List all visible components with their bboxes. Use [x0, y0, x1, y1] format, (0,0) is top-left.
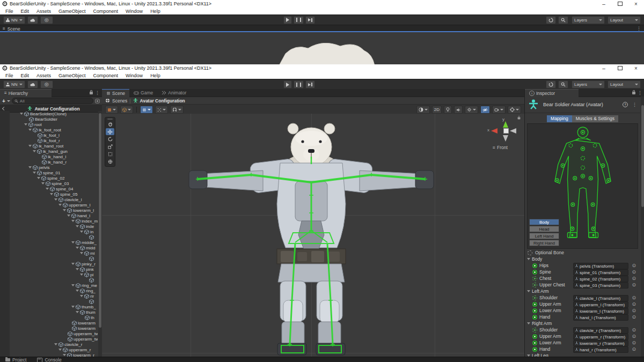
menu-file[interactable]: File — [2, 73, 17, 78]
bone-object-field[interactable]: hand_l (Transform) — [573, 314, 628, 321]
object-picker-icon[interactable]: ⊙ — [632, 282, 636, 288]
scene-visibility-toggle[interactable] — [480, 106, 490, 114]
tree-item[interactable]: mi — [0, 250, 98, 256]
tree-item[interactable]: lowerarm — [0, 326, 98, 331]
tree-item[interactable]: midd — [0, 245, 98, 250]
foldout-arrow[interactable] — [67, 215, 70, 217]
foldout-arrow[interactable] — [28, 166, 32, 168]
tree-item[interactable]: upperarm_r — [0, 347, 98, 352]
tree-item[interactable]: th — [0, 315, 98, 320]
lighting-toggle-button[interactable] — [444, 106, 452, 114]
foldout-arrow[interactable] — [24, 123, 27, 125]
foldout-arrow[interactable] — [76, 225, 79, 227]
object-picker-icon[interactable]: ⊙ — [632, 269, 636, 275]
camera-settings-dropdown[interactable] — [492, 106, 506, 114]
gizmo-right-cone[interactable] — [510, 128, 516, 134]
tree-item[interactable]: ik_foot_r — [0, 138, 98, 143]
rect-tool-button[interactable] — [106, 151, 114, 158]
tree-item[interactable] — [0, 299, 98, 304]
menu-component[interactable]: Component — [90, 73, 122, 78]
foldout-arrow[interactable] — [76, 247, 79, 249]
menu-gameobject[interactable]: GameObject — [55, 9, 90, 14]
foldout-arrow[interactable] — [76, 268, 79, 270]
tree-item[interactable]: inde — [0, 224, 98, 229]
undo-history-button[interactable] — [546, 16, 556, 24]
layers-dropdown[interactable]: Layers — [572, 80, 605, 88]
snap-toggle-dropdown[interactable] — [170, 106, 184, 114]
inspector-scrollbar[interactable] — [641, 97, 644, 357]
object-picker-icon[interactable]: ⊙ — [632, 262, 636, 269]
foldout-arrow[interactable] — [28, 129, 32, 131]
foldout-arrow[interactable] — [527, 290, 530, 292]
tree-item[interactable]: thum — [0, 309, 98, 315]
tab-scene[interactable]: Scene — [102, 89, 129, 97]
menu-window[interactable]: Window — [122, 73, 147, 78]
bone-object-field[interactable]: hand_r (Transform) — [573, 346, 628, 353]
2d-toggle-button[interactable]: 2D — [432, 106, 442, 114]
object-picker-icon[interactable]: ⊙ — [632, 339, 636, 346]
foldout-arrow[interactable] — [54, 198, 57, 201]
lock-icon[interactable] — [90, 92, 93, 94]
close-button[interactable]: × — [628, 64, 644, 72]
tree-item[interactable]: in — [0, 229, 98, 234]
menu-help[interactable]: Help — [147, 9, 164, 14]
avatar-mapping-diagram[interactable]: BodyHeadLeft HandRight Hand — [527, 123, 638, 249]
menu-edit[interactable]: Edit — [17, 9, 33, 14]
title-bar[interactable]: BearSoldierUnity - SampleScene - Windows… — [0, 0, 644, 8]
title-bar[interactable]: BearSoldierUnity - SampleScene - Windows… — [0, 64, 644, 72]
object-picker-icon[interactable]: ⊙ — [632, 307, 636, 314]
rotate-tool-button[interactable] — [106, 136, 114, 143]
tree-item[interactable]: spine_04 — [0, 186, 98, 191]
tree-item[interactable]: ring_me — [0, 283, 98, 288]
scene-viewport[interactable]: y x ≡ Front — [102, 114, 524, 357]
layout-dropdown[interactable]: Layout — [608, 16, 641, 24]
gizmo-center-cube[interactable] — [503, 128, 509, 134]
draw-mode-dropdown[interactable] — [105, 106, 118, 114]
tree-item[interactable]: BearSoldier — [0, 116, 98, 122]
search-button[interactable] — [558, 16, 568, 24]
foldout-arrow[interactable] — [63, 354, 66, 356]
transform-tool-button[interactable] — [106, 158, 114, 165]
tree-item[interactable] — [0, 256, 98, 261]
menu-help[interactable]: Help — [147, 73, 164, 78]
tree-item[interactable] — [0, 277, 98, 283]
bone-section-header[interactable]: Body — [525, 256, 640, 262]
lock-icon[interactable] — [632, 92, 635, 94]
menu-edit[interactable]: Edit — [17, 73, 33, 78]
scene-visibility-icon[interactable] — [95, 99, 100, 104]
tree-item[interactable]: spine_03 — [0, 181, 98, 186]
tree-item[interactable]: ik_foot_l — [0, 132, 98, 138]
tree-item[interactable]: thumb_ — [0, 304, 98, 309]
cloud-button[interactable] — [27, 16, 38, 24]
object-picker-icon[interactable]: ⊙ — [632, 301, 636, 307]
pause-button[interactable] — [294, 80, 304, 88]
background-scene-viewport[interactable] — [0, 31, 644, 65]
menu-assets[interactable]: Assets — [33, 9, 55, 14]
pause-button[interactable] — [294, 16, 304, 24]
tree-item[interactable]: index_m — [0, 218, 98, 224]
kebab-menu-icon[interactable]: ⋮ — [638, 91, 642, 95]
kebab-menu-icon[interactable]: ⋮ — [632, 102, 637, 107]
tab-muscles-settings[interactable]: Muscles & Settings — [572, 115, 618, 122]
tree-item[interactable]: lowerarm_r — [0, 352, 98, 357]
snap-settings-dropdown[interactable] — [155, 106, 168, 114]
menu-file[interactable]: File — [2, 9, 17, 14]
tree-item[interactable]: pi — [0, 272, 98, 277]
layers-dropdown[interactable]: Layers — [572, 16, 605, 24]
foldout-arrow[interactable] — [54, 343, 57, 345]
bone-section-header[interactable]: Left Arm — [525, 288, 640, 294]
services-button[interactable]: ◎ — [40, 16, 53, 24]
gizmo-front-label[interactable]: Front — [497, 145, 508, 150]
shading-mode-dropdown[interactable] — [416, 106, 430, 114]
foldout-arrow[interactable] — [41, 182, 45, 184]
inspector-header[interactable]: i Inspector ⋮ — [525, 89, 644, 97]
tree-item[interactable]: clavicle_l — [0, 197, 98, 202]
bone-object-field[interactable]: spine_03 (Transform) — [573, 282, 628, 289]
minimize-button[interactable]: – — [596, 64, 612, 72]
chevron-down-icon[interactable] — [7, 100, 10, 102]
part-button-body[interactable]: Body — [529, 219, 559, 225]
foldout-arrow[interactable] — [71, 241, 75, 243]
foldout-arrow[interactable] — [80, 252, 83, 254]
foldout-arrow[interactable] — [71, 220, 75, 222]
tree-item[interactable]: hand_l — [0, 213, 98, 218]
